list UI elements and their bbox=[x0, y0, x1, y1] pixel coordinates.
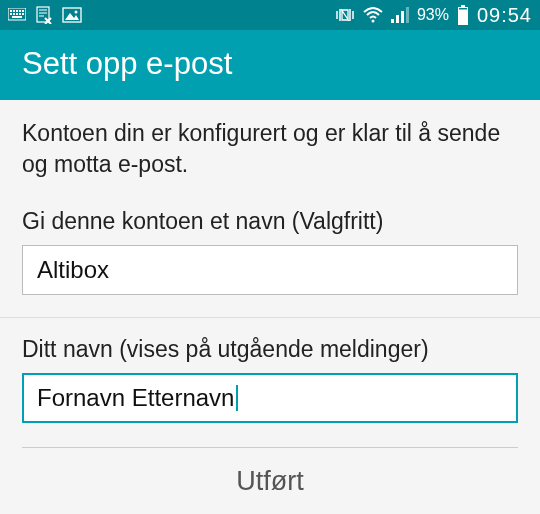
your-name-input[interactable]: Fornavn Etternavn bbox=[22, 373, 518, 423]
svg-rect-27 bbox=[458, 7, 468, 25]
page-x-icon bbox=[36, 6, 52, 24]
svg-marker-19 bbox=[65, 13, 79, 20]
setup-description: Kontoen din er konfigurert og er klar ti… bbox=[22, 118, 518, 180]
account-name-input[interactable] bbox=[22, 245, 518, 295]
signal-icon bbox=[391, 7, 409, 23]
account-name-label: Gi denne kontoen et navn (Valgfritt) bbox=[22, 208, 518, 235]
svg-point-20 bbox=[75, 11, 78, 14]
svg-rect-26 bbox=[461, 5, 465, 7]
status-bar: 93% 09:54 bbox=[0, 0, 540, 30]
svg-point-21 bbox=[371, 20, 374, 23]
svg-rect-7 bbox=[13, 13, 15, 15]
done-label: Utført bbox=[236, 466, 304, 496]
done-button[interactable]: Utført bbox=[0, 448, 540, 514]
section-divider bbox=[0, 317, 540, 318]
svg-rect-10 bbox=[22, 13, 24, 15]
svg-rect-9 bbox=[19, 13, 21, 15]
main-content: Kontoen din er konfigurert og er klar ti… bbox=[0, 100, 540, 448]
svg-rect-2 bbox=[13, 10, 15, 12]
svg-rect-3 bbox=[16, 10, 18, 12]
clock: 09:54 bbox=[477, 4, 532, 27]
wifi-icon bbox=[363, 7, 383, 23]
keyboard-icon bbox=[8, 8, 26, 22]
battery-icon bbox=[457, 5, 469, 25]
svg-rect-11 bbox=[12, 16, 22, 18]
svg-rect-1 bbox=[10, 10, 12, 12]
svg-rect-28 bbox=[459, 8, 467, 10]
svg-rect-6 bbox=[10, 13, 12, 15]
image-icon bbox=[62, 7, 82, 23]
svg-rect-8 bbox=[16, 13, 18, 15]
vibrate-icon bbox=[335, 7, 355, 23]
svg-rect-24 bbox=[401, 11, 404, 23]
battery-percent: 93% bbox=[417, 6, 449, 24]
svg-rect-4 bbox=[19, 10, 21, 12]
your-name-value: Fornavn Etternavn bbox=[37, 384, 234, 412]
app-header: Sett opp e-post bbox=[0, 30, 540, 100]
page-title: Sett opp e-post bbox=[22, 46, 232, 81]
svg-rect-5 bbox=[22, 10, 24, 12]
svg-rect-25 bbox=[406, 7, 409, 23]
svg-rect-23 bbox=[396, 15, 399, 23]
text-cursor bbox=[236, 385, 238, 411]
your-name-label: Ditt navn (vises på utgående meldinger) bbox=[22, 336, 518, 363]
svg-rect-22 bbox=[391, 19, 394, 23]
